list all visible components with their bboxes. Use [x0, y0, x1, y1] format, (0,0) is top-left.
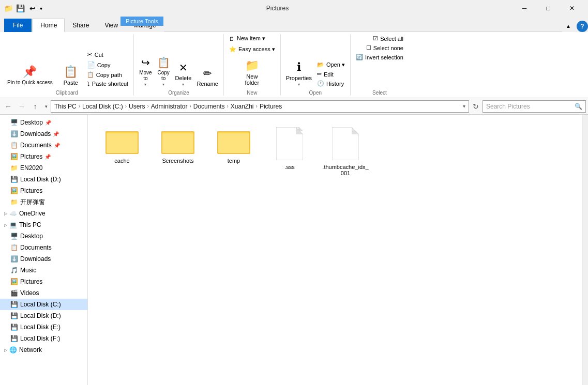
- history-button[interactable]: 🕐 History: [315, 79, 347, 88]
- sidebar-item-network[interactable]: ▷ 🌐 Network: [0, 344, 87, 356]
- sidebar-item-pictures-2[interactable]: 🖼️ Pictures: [0, 185, 87, 196]
- easy-access-button[interactable]: ⭐ Easy access ▾: [227, 45, 277, 54]
- copy-button[interactable]: 📄 Copy: [85, 60, 130, 70]
- quick-access-undo[interactable]: ↩: [27, 3, 38, 13]
- folder-icon-screenshots: [161, 127, 194, 156]
- paste-icon: 📋: [64, 65, 78, 79]
- tab-home[interactable]: Home: [33, 19, 65, 32]
- sidebar-item-downloads-pinned[interactable]: ⬇️ Downloads 📌: [0, 128, 87, 140]
- select-none-button[interactable]: ☐ Select none: [364, 43, 405, 52]
- new-folder-button[interactable]: 📁 Newfolder: [239, 57, 265, 88]
- invert-selection-button[interactable]: 🔄 Invert selection: [354, 53, 405, 61]
- group-clipboard: 📌 Pin to Quick access 📋 Paste ✂ Cut 📄 Co…: [0, 34, 134, 96]
- sidebar-item-en2020[interactable]: 📁 EN2020: [0, 162, 87, 174]
- nav-up-button[interactable]: ↑: [29, 100, 41, 113]
- localdisk-d-icon: 💾: [10, 312, 18, 319]
- file-item-temp[interactable]: temp: [208, 123, 260, 180]
- videos-icon: 🎬: [10, 289, 18, 297]
- thumbcache-label: .thumbcache_idx_001: [322, 164, 369, 176]
- copy-to-button[interactable]: 📋 Copyto ▾: [155, 55, 172, 88]
- sidebar-item-downloads[interactable]: ⬇️ Downloads: [0, 253, 87, 265]
- rename-button[interactable]: ✏ Rename: [194, 66, 220, 88]
- file-area: cache Screenshots: [88, 115, 582, 385]
- paste-shortcut-button[interactable]: ⤵ Paste shortcut: [85, 80, 130, 88]
- move-to-button[interactable]: ↪ Moveto ▾: [137, 55, 154, 88]
- tab-share[interactable]: Share: [65, 19, 97, 32]
- ribbon-content: 📌 Pin to Quick access 📋 Paste ✂ Cut 📄 Co…: [0, 32, 588, 98]
- maximize-button[interactable]: □: [536, 0, 560, 17]
- address-refresh-button[interactable]: ↻: [470, 101, 481, 112]
- sidebar-item-documents[interactable]: 📋 Documents: [0, 242, 87, 253]
- help-button[interactable]: ?: [577, 21, 588, 32]
- sidebar-item-desktop-pinned[interactable]: 🖥️ Desktop 📌: [0, 117, 87, 128]
- close-button[interactable]: ✕: [560, 0, 584, 17]
- open-button[interactable]: 📂 Open ▾: [315, 60, 347, 69]
- pin-to-quick-button[interactable]: 📌 Pin to Quick access: [3, 63, 57, 88]
- recent-locations-button[interactable]: ▾: [42, 100, 50, 113]
- file-item-screenshots[interactable]: Screenshots: [152, 123, 204, 180]
- downloads-icon: ⬇️: [10, 130, 18, 137]
- new-item-button[interactable]: 🗒 New item ▾: [227, 34, 267, 43]
- sidebar-item-thispc[interactable]: ▷ 💻 This PC: [0, 219, 87, 230]
- ribbon-collapse-button[interactable]: ▲: [562, 20, 575, 32]
- popup-icon: 📁: [10, 198, 18, 206]
- search-bar[interactable]: Search Pictures 🔍: [483, 100, 586, 113]
- address-part-users: Users: [129, 103, 145, 110]
- en2020-icon: 📁: [10, 164, 18, 172]
- localdisk-d-sidebar-icon: 💾: [10, 176, 18, 183]
- select-all-button[interactable]: ☑ Select all: [371, 34, 405, 43]
- localdisk-e-icon: 💾: [10, 324, 18, 331]
- copy-path-button[interactable]: 📋 Copy path: [85, 70, 130, 79]
- thispc-icon: 💻: [9, 221, 17, 228]
- desktop2-icon: 🖥️: [10, 233, 18, 240]
- temp-label: temp: [228, 158, 240, 164]
- sidebar-item-localdisk-d-sidebar[interactable]: 💾 Local Disk (D:): [0, 174, 87, 185]
- sidebar-item-onedrive[interactable]: ▷ ☁️ OneDrive: [0, 208, 87, 219]
- tab-file[interactable]: File: [4, 19, 32, 32]
- folder-icon-cache: [105, 127, 139, 156]
- sidebar-item-videos[interactable]: 🎬 Videos: [0, 287, 87, 299]
- sidebar-item-pictures-pinned[interactable]: 🖼️ Pictures 📌: [0, 151, 87, 162]
- minimize-button[interactable]: ─: [512, 0, 536, 17]
- downloads2-icon: ⬇️: [10, 255, 18, 263]
- nav-forward-button[interactable]: →: [16, 100, 28, 113]
- scrollbar[interactable]: [582, 115, 588, 385]
- delete-button[interactable]: ✕ Delete ▾: [173, 60, 194, 88]
- address-bar[interactable]: This PC › Local Disk (C:) › Users › Admi…: [51, 100, 469, 113]
- move-to-icon: ↪: [141, 56, 150, 69]
- paste-button[interactable]: 📋 Paste: [58, 63, 84, 88]
- delete-icon: ✕: [179, 61, 188, 74]
- sidebar-item-localdisk-e[interactable]: 💾 Local Disk (E:): [0, 321, 87, 333]
- sidebar-item-popup[interactable]: 📁 开屏弹窗: [0, 196, 87, 208]
- quick-access-dropdown[interactable]: ▾: [40, 6, 42, 11]
- sidebar-item-localdisk-d[interactable]: 💾 Local Disk (D:): [0, 310, 87, 321]
- new-folder-icon: 📁: [245, 59, 259, 72]
- nav-back-button[interactable]: ←: [2, 100, 14, 113]
- file-item-thumbcache[interactable]: .thumbcache_idx_001: [320, 123, 371, 180]
- localdisk-f-icon: 💾: [10, 335, 18, 342]
- group-organize: ↪ Moveto ▾ 📋 Copyto ▾ ✕ Delete ▾ ✏ Renam…: [134, 34, 224, 96]
- group-open: ℹ Properties ▾ 📂 Open ▾ ✏ Edit 🕐: [281, 34, 351, 96]
- sidebar-item-desktop[interactable]: 🖥️ Desktop: [0, 230, 87, 242]
- new-item-icon: 🗒: [229, 36, 235, 42]
- quick-access-save[interactable]: 💾: [15, 3, 25, 13]
- file-item-sss[interactable]: .sss: [264, 123, 315, 180]
- sidebar-item-localdisk-c[interactable]: 💾 Local Disk (C:): [0, 299, 87, 310]
- svg-rect-3: [107, 133, 138, 153]
- cut-button[interactable]: ✂ Cut: [85, 50, 130, 59]
- edit-button[interactable]: ✏ Edit: [315, 70, 347, 79]
- new-buttons: 🗒 New item ▾ ⭐ Easy access ▾ 📁 Newfolder: [227, 34, 277, 88]
- toolbar: ← → ↑ ▾ This PC › Local Disk (C:) › User…: [0, 98, 588, 115]
- cache-label: cache: [114, 158, 129, 164]
- address-part-xuanzhi: XuanZhi: [231, 103, 254, 110]
- clipboard-buttons: 📌 Pin to Quick access 📋 Paste ✂ Cut 📄 Co…: [3, 34, 130, 88]
- sidebar-item-pictures-3[interactable]: 🖼️ Pictures: [0, 276, 87, 287]
- folder-icon-title: 📁: [4, 4, 13, 12]
- folder-icon-temp: [217, 127, 250, 156]
- file-item-cache[interactable]: cache: [96, 123, 148, 180]
- sidebar-item-documents-pinned[interactable]: 📋 Documents 📌: [0, 140, 87, 151]
- network-icon: 🌐: [9, 346, 17, 353]
- sidebar-item-music[interactable]: 🎵 Music: [0, 265, 87, 276]
- properties-button[interactable]: ℹ Properties ▾: [284, 59, 314, 88]
- sidebar-item-localdisk-f[interactable]: 💾 Local Disk (F:): [0, 333, 87, 344]
